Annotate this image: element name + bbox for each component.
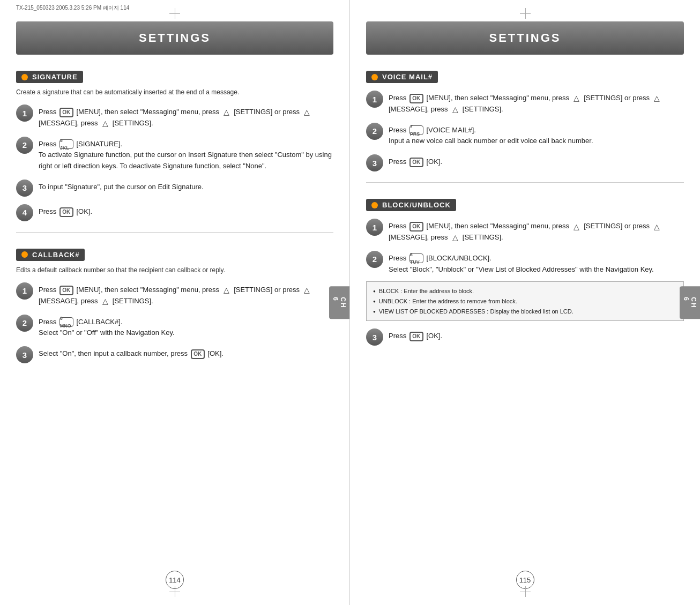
crosshair-bottom-left <box>169 586 180 597</box>
file-info: TX-215_050323 2005.3.23 5:26 PM 페이지 114 <box>16 4 129 12</box>
ok-btn-vm3: OK <box>409 158 423 167</box>
section-separator-right <box>366 182 684 183</box>
left-page: TX-215_050323 2005.3.23 5:26 PM 페이지 114 … <box>0 0 350 605</box>
num-btn-5: 5 JKL <box>59 139 73 149</box>
section-dot-bl <box>371 202 378 208</box>
info-bullet-3: VIEW LIST OF BLOCKED ADDRESSES : Display… <box>373 307 677 317</box>
cb-step-3-content: Select "On", then input a callback numbe… <box>39 346 224 360</box>
step-bubble-vm3: 3 <box>366 154 383 171</box>
block-section-label: BLOCK/UNBLOCK <box>366 199 456 211</box>
num-btn-8: 8 TUV <box>409 253 423 263</box>
ok-btn-icon: OK <box>59 108 73 117</box>
chapter-tab-left: CH6 <box>329 286 349 319</box>
vm-step-3-content: Press OK [OK]. <box>389 154 442 168</box>
cb-step-2-content: Press 6 MNO [CALLBACK#]. Select "On" or … <box>39 315 175 339</box>
block-step-2: 2 Press 8 TUV [BLOCK/UNBLOCK]. Select "B… <box>366 251 684 275</box>
section-separator <box>16 232 333 233</box>
step-bubble-3: 3 <box>16 180 33 197</box>
step-bubble-4: 4 <box>16 204 33 221</box>
soft-btn-2: △ <box>302 108 312 117</box>
bl-step-2-content: Press 8 TUV [BLOCK/UNBLOCK]. Select "Blo… <box>389 251 654 275</box>
info-bullet-2: UNBLOCK : Enter the address to remove fr… <box>373 296 677 307</box>
step-bubble-bl1: 1 <box>366 219 383 236</box>
soft-btn: △ <box>222 108 232 117</box>
step-bubble-bl2: 2 <box>366 251 383 268</box>
signature-desc: Create a signature that can be automatic… <box>16 87 333 97</box>
step-bubble-cb2: 2 <box>16 315 33 332</box>
crosshair-bottom-right <box>520 586 531 597</box>
right-page-header: SETTINGS <box>366 21 684 55</box>
voicemail-step-2: 2 Press 7 PRS [VOICE MAIL#]. Input a new… <box>366 123 684 147</box>
ok-btn-cb1: OK <box>59 286 73 295</box>
ok-btn-cb3: OK <box>191 349 205 359</box>
voicemail-step-3: 3 Press OK [OK]. <box>366 154 684 171</box>
signature-section-label: SIGNATURE <box>16 71 83 83</box>
step-bubble-cb1: 1 <box>16 282 33 300</box>
soft-cb3: △ <box>100 296 110 306</box>
step-4-content: Press OK [OK]. <box>39 204 92 218</box>
signature-step-4: 4 Press OK [OK]. <box>16 204 333 221</box>
block-step-3: 3 Press OK [OK]. <box>366 328 684 346</box>
vm-step-1-content: Press OK [MENU], then select "Messaging"… <box>389 91 684 115</box>
bl-step-3-content: Press OK [OK]. <box>389 328 442 342</box>
ok-btn-vm1: OK <box>409 94 423 103</box>
left-page-header: SETTINGS <box>16 21 333 55</box>
step-bubble-bl3: 3 <box>366 328 383 346</box>
soft-bl3: △ <box>450 233 460 243</box>
num-btn-7: 7 PRS <box>409 125 423 135</box>
info-bullet-1: BLOCK : Enter the address to block. <box>373 286 677 296</box>
soft-vm1: △ <box>572 94 582 103</box>
soft-cb2: △ <box>302 286 312 295</box>
section-dot-2 <box>21 251 28 258</box>
step-2-content: Press 5 JKL [SIGNATURE]. To activate Sig… <box>39 137 333 172</box>
block-info-box: BLOCK : Enter the address to block. UNBL… <box>366 281 684 321</box>
voicemail-step-1: 1 Press OK [MENU], then select "Messagin… <box>366 91 684 115</box>
chapter-tab-right: CH6 <box>680 286 700 319</box>
soft-bl2: △ <box>652 222 662 231</box>
step-3-content: To input "Signature", put the cursor on … <box>39 180 204 193</box>
soft-btn-3: △ <box>100 118 110 128</box>
ok-btn-4: OK <box>59 207 73 217</box>
signature-step-1: 1 Press OK [MENU], then select "Messagin… <box>16 104 333 129</box>
right-page: SETTINGS VOICE MAIL# 1 Press OK [MENU], … <box>350 0 700 605</box>
crosshair-top-left <box>169 8 180 19</box>
block-step-1: 1 Press OK [MENU], then select "Messagin… <box>366 219 684 243</box>
soft-vm2: △ <box>652 94 662 103</box>
callback-step-1: 1 Press OK [MENU], then select "Messagin… <box>16 282 333 307</box>
step-bubble-1: 1 <box>16 104 33 122</box>
step-bubble-vm1: 1 <box>366 91 383 108</box>
callback-section-label: CALLBACK# <box>16 249 85 261</box>
section-dot <box>21 74 28 80</box>
num-btn-6: 6 MNO <box>59 317 73 327</box>
soft-bl1: △ <box>572 222 582 231</box>
ok-btn-bl3: OK <box>409 332 423 341</box>
soft-vm3: △ <box>450 104 460 114</box>
ok-btn-bl1: OK <box>409 222 423 231</box>
callback-step-2: 2 Press 6 MNO [CALLBACK#]. Select "On" o… <box>16 315 333 339</box>
step-bubble-2: 2 <box>16 137 33 154</box>
callback-desc: Edits a default callback number so that … <box>16 265 333 275</box>
signature-step-2: 2 Press 5 JKL [SIGNATURE]. To activate S… <box>16 137 333 172</box>
step-bubble-vm2: 2 <box>366 123 383 140</box>
bl-step-1-content: Press OK [MENU], then select "Messaging"… <box>389 219 684 243</box>
vm-step-2-content: Press 7 PRS [VOICE MAIL#]. Input a new v… <box>389 123 593 147</box>
step-1-content: Press OK [MENU], then select "Messaging"… <box>39 104 333 129</box>
crosshair-top-right <box>520 8 531 19</box>
cb-step-1-content: Press OK [MENU], then select "Messaging"… <box>39 282 333 307</box>
voicemail-section-label: VOICE MAIL# <box>366 71 438 83</box>
signature-step-3: 3 To input "Signature", put the cursor o… <box>16 180 333 197</box>
section-dot-vm <box>371 74 378 80</box>
callback-step-3: 3 Select "On", then input a callback num… <box>16 346 333 363</box>
step-bubble-cb3: 3 <box>16 346 33 363</box>
soft-cb1: △ <box>222 286 232 295</box>
